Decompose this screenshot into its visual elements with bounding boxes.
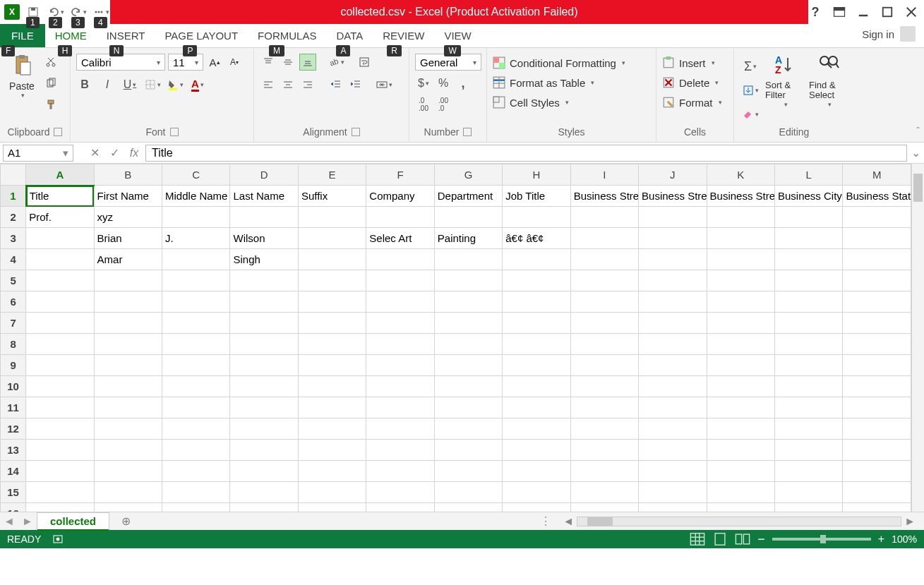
cell[interactable] — [774, 461, 842, 482]
cell[interactable] — [434, 270, 502, 291]
bold-button[interactable]: B — [76, 76, 93, 93]
cell[interactable] — [707, 376, 774, 397]
cell[interactable] — [26, 397, 94, 418]
cell[interactable] — [298, 418, 366, 440]
cell[interactable]: Middle Name — [162, 186, 230, 207]
cell[interactable] — [26, 440, 94, 461]
column-header[interactable]: J — [639, 164, 707, 186]
cell[interactable] — [774, 291, 842, 313]
cell[interactable] — [503, 418, 570, 440]
tab-view[interactable]: VIEWW — [434, 24, 481, 47]
cell[interactable] — [707, 418, 774, 440]
cell[interactable] — [434, 355, 502, 376]
format-painter-button[interactable] — [42, 96, 59, 113]
cell[interactable] — [639, 355, 707, 376]
cell[interactable] — [434, 291, 502, 313]
cell[interactable] — [26, 418, 94, 440]
vertical-scrollbar[interactable] — [911, 164, 924, 512]
fill-button[interactable]: ▾ — [740, 82, 761, 99]
cell[interactable] — [707, 249, 774, 270]
row-header[interactable]: 6 — [1, 291, 26, 313]
row-header[interactable]: 2 — [1, 207, 26, 228]
cell[interactable]: Selec Art — [366, 228, 434, 249]
cell[interactable] — [298, 440, 366, 461]
cell[interactable] — [230, 355, 298, 376]
name-box[interactable]: A1▾ — [3, 145, 73, 162]
cell[interactable] — [774, 376, 842, 397]
increase-indent-button[interactable] — [347, 76, 364, 93]
cell[interactable]: Wilson — [230, 228, 298, 249]
cell[interactable] — [230, 418, 298, 440]
cell[interactable] — [503, 207, 570, 228]
cell[interactable] — [230, 397, 298, 418]
cell[interactable] — [298, 355, 366, 376]
fx-icon[interactable]: fx — [126, 145, 143, 162]
cell[interactable] — [570, 228, 638, 249]
normal-view-icon[interactable] — [690, 533, 705, 545]
format-as-table-button[interactable]: Format as Table▾ — [493, 76, 594, 89]
cell[interactable] — [298, 207, 366, 228]
cancel-formula-icon[interactable]: ✕ — [86, 145, 103, 162]
cell[interactable] — [843, 207, 911, 228]
cell[interactable] — [162, 207, 230, 228]
cell-styles-button[interactable]: Cell Styles▾ — [493, 96, 569, 109]
sign-in[interactable]: Sign in — [853, 20, 924, 47]
ribbon-display-options[interactable] — [832, 5, 846, 19]
cell[interactable]: Business Street 3 — [707, 186, 774, 207]
cell[interactable] — [366, 249, 434, 270]
cell[interactable]: First Name — [94, 186, 162, 207]
accounting-format-button[interactable]: $▾ — [415, 75, 432, 92]
underline-button[interactable]: U▾ — [121, 76, 138, 93]
cell[interactable] — [230, 482, 298, 503]
cell[interactable] — [843, 418, 911, 440]
cell[interactable] — [774, 334, 842, 355]
cell[interactable] — [503, 334, 570, 355]
cell[interactable] — [94, 461, 162, 482]
autosum-button[interactable]: Σ▾ — [740, 58, 761, 75]
cell[interactable] — [298, 461, 366, 482]
cell[interactable] — [843, 397, 911, 418]
row-header[interactable]: 7 — [1, 313, 26, 334]
cell[interactable]: xyz — [94, 207, 162, 228]
cell[interactable] — [774, 418, 842, 440]
cell[interactable] — [843, 270, 911, 291]
cell[interactable] — [503, 291, 570, 313]
cell[interactable] — [162, 334, 230, 355]
cell[interactable] — [503, 270, 570, 291]
cell[interactable] — [774, 249, 842, 270]
qat-undo[interactable]: ▾2 — [47, 3, 65, 21]
column-header[interactable]: M — [843, 164, 911, 186]
column-header[interactable]: I — [570, 164, 638, 186]
cell[interactable] — [843, 313, 911, 334]
cell[interactable] — [230, 313, 298, 334]
qat-customize[interactable]: ▾4 — [92, 3, 110, 21]
conditional-formatting-button[interactable]: Conditional Formatting▾ — [493, 56, 625, 69]
format-cells-button[interactable]: Format▾ — [662, 96, 722, 109]
cell[interactable] — [366, 376, 434, 397]
minimize-button[interactable] — [856, 5, 870, 19]
cell[interactable] — [366, 334, 434, 355]
column-header[interactable]: K — [707, 164, 774, 186]
cell[interactable] — [639, 334, 707, 355]
row-header[interactable]: 15 — [1, 482, 26, 503]
cell[interactable] — [26, 249, 94, 270]
cell[interactable] — [503, 482, 570, 503]
cell[interactable] — [843, 355, 911, 376]
cell[interactable] — [570, 249, 638, 270]
cell[interactable] — [162, 355, 230, 376]
cell[interactable] — [503, 503, 570, 512]
font-color-button[interactable]: A▾ — [189, 76, 206, 93]
sort-filter-button[interactable]: AZ Sort & Filter▾ — [765, 54, 805, 108]
row-header[interactable]: 3 — [1, 228, 26, 249]
expand-formula-bar-icon[interactable]: ⌄ — [910, 146, 921, 159]
select-all-cell[interactable] — [1, 164, 26, 186]
column-header[interactable]: D — [230, 164, 298, 186]
cell[interactable] — [503, 440, 570, 461]
cell[interactable]: Title — [26, 186, 94, 207]
spreadsheet-grid[interactable]: ABCDEFGHIJKLM1TitleFirst NameMiddle Name… — [0, 164, 911, 512]
cell[interactable] — [94, 482, 162, 503]
cell[interactable]: Suffix — [298, 186, 366, 207]
column-header[interactable]: H — [503, 164, 570, 186]
cell[interactable] — [570, 440, 638, 461]
zoom-slider[interactable] — [772, 538, 871, 541]
